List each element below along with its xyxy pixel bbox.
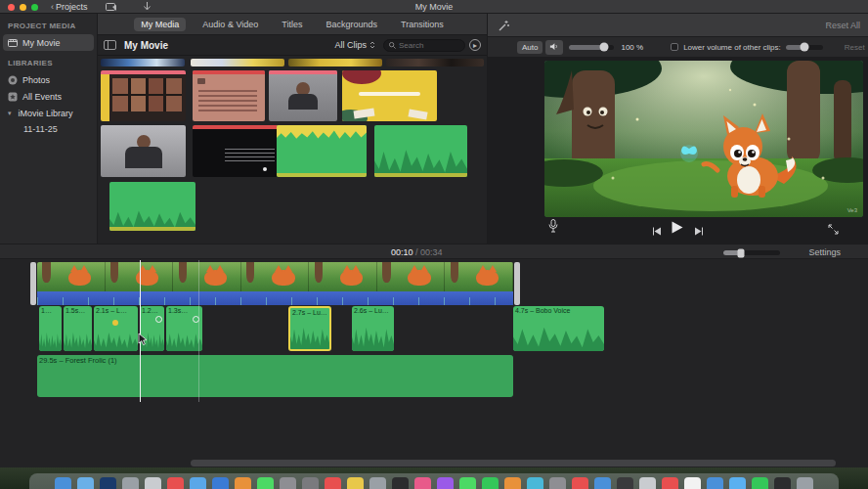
play-icon[interactable] [672,220,683,238]
mute-button[interactable] [545,40,563,55]
dock-app-icon[interactable] [527,477,543,489]
media-thumbnail[interactable] [101,59,185,67]
tab-titles[interactable]: Titles [275,18,309,31]
media-thumbnail[interactable] [288,59,382,67]
filmstrip-frame [377,262,446,291]
watermark: Ve3 [847,207,857,213]
dock-app-icon[interactable] [752,477,768,489]
sidebar-item-my-movie[interactable]: My Movie [3,34,94,51]
chevron-down-icon[interactable]: ▾ [8,110,12,117]
tab-transitions[interactable]: Transitions [394,18,451,31]
media-thumbnail[interactable] [109,182,195,231]
reset-all-button[interactable]: Reset All [825,21,860,30]
dock-app-icon[interactable] [774,477,791,489]
speaker-icon [549,42,559,51]
dock-app-icon[interactable] [167,477,184,489]
dock-app-icon[interactable] [257,477,274,489]
media-thumbnail[interactable] [386,59,484,67]
lower-volume-slider[interactable] [786,45,823,50]
photos-icon [8,75,18,85]
media-thumbnail[interactable] [101,125,186,177]
dock-app-icon[interactable] [212,477,229,489]
video-clip-audio[interactable] [37,291,513,305]
tab-audio-video[interactable]: Audio & Video [195,18,265,31]
dock-app-icon[interactable] [414,477,431,489]
dock-app-icon[interactable] [77,477,94,489]
dock-app-icon[interactable] [482,477,499,489]
movie-icon [8,38,18,48]
dock-app-icon[interactable] [572,477,588,489]
dock-app-icon[interactable] [504,477,521,489]
playhead[interactable] [140,260,141,402]
trim-handle-right[interactable] [514,262,520,305]
tab-my-media[interactable]: My Media [134,18,186,31]
trim-handle-left[interactable] [30,262,36,305]
timeline-zoom-slider[interactable] [723,250,780,255]
dock-app-icon[interactable] [145,477,161,489]
dock-app-icon[interactable] [190,477,206,489]
video-clip-filmstrip[interactable] [37,262,513,291]
dock-app-icon[interactable] [729,477,746,489]
auto-volume-button[interactable]: Auto [517,41,542,54]
timeline-audio-clip[interactable]: 1… [39,306,62,351]
timeline-audio-clip-selected[interactable]: 2.7s – Lu… [288,306,331,351]
sidebar-toggle-icon[interactable] [104,40,116,50]
dock-app-icon[interactable] [797,477,813,489]
dock-app-icon[interactable] [437,477,454,489]
continuous-playback-icon[interactable]: ▸ [469,39,481,51]
timeline-audio-clip[interactable]: 1.5s… [64,306,92,351]
reset-button[interactable]: Reset [845,43,865,52]
dock-app-icon[interactable] [707,477,723,489]
dock-app-icon[interactable] [662,477,678,489]
window-title: My Movie [0,2,868,12]
media-thumbnail[interactable] [193,70,265,121]
dock-app-icon[interactable] [235,477,251,489]
search-input[interactable]: Search [383,39,465,52]
timeline-audio-clip[interactable]: 2.1s – L… [94,306,138,351]
volume-slider[interactable] [569,45,614,50]
tab-backgrounds[interactable]: Backgrounds [319,18,384,31]
lower-volume-checkbox[interactable] [671,43,678,51]
dock-app-icon[interactable] [100,477,116,489]
dock-app-icon[interactable] [684,477,701,489]
dock-app-icon[interactable] [617,477,633,489]
enhance-wand-icon[interactable] [494,17,513,34]
media-thumbnail[interactable] [374,125,467,177]
dock-app-icon[interactable] [594,477,611,489]
video-preview[interactable]: Ve3 [544,61,863,217]
all-clips-filter[interactable]: All Clips [334,40,375,50]
dock-app-icon[interactable] [392,477,409,489]
timecode: 00:10 / 00:34 [391,247,443,257]
dock-app-icon[interactable] [325,477,341,489]
media-thumbnail[interactable] [342,70,437,121]
media-thumbnail[interactable] [101,70,186,121]
dock-app-icon[interactable] [280,477,296,489]
sidebar-item-library-date[interactable]: 11-11-25 [0,121,97,137]
dock-app-icon[interactable] [55,477,71,489]
background-music-clip[interactable]: 29.5s – Forest Frolic (1) [37,355,513,397]
sidebar-item-photos[interactable]: Photos [0,71,97,88]
skip-forward-icon[interactable] [694,222,704,240]
timeline-audio-clip[interactable]: 1.3s… [166,306,202,351]
dock-app-icon[interactable] [347,477,364,489]
dock-app-icon[interactable] [549,477,566,489]
media-thumbnail[interactable] [269,70,337,121]
media-thumbnail[interactable] [277,125,367,177]
dock-app-icon[interactable] [369,477,386,489]
timeline-audio-clip[interactable]: 2.6s – Lu… [352,306,394,351]
sidebar-item-all-events[interactable]: All Events [0,88,97,105]
dock-app-icon[interactable] [122,477,139,489]
filmstrip-frame [37,262,106,291]
skip-back-icon[interactable] [652,222,662,240]
timeline-hscrollbar[interactable] [191,460,836,467]
dock-app-icon[interactable] [302,477,319,489]
fullscreen-icon[interactable] [828,221,839,239]
timeline-settings-button[interactable]: Settings [808,247,841,257]
dock-app-icon[interactable] [639,477,656,489]
record-voiceover-icon[interactable] [548,219,558,237]
sidebar-item-imovie-library[interactable]: ▾ iMovie Library [0,105,97,121]
dock-app-icon[interactable] [459,477,476,489]
media-thumbnail[interactable] [193,125,283,177]
media-thumbnail[interactable] [191,59,284,67]
timeline-audio-clip[interactable]: 4.7s – Bobo Voice [513,306,604,351]
